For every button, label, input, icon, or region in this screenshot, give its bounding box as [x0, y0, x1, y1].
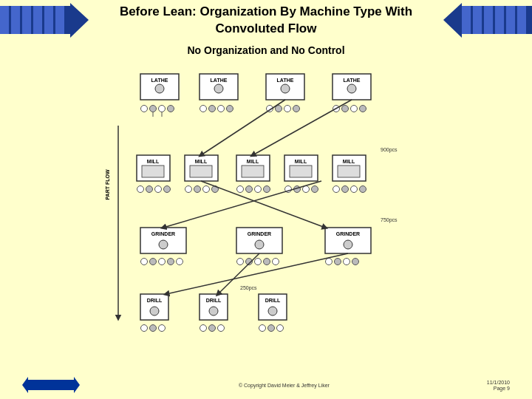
svg-point-101 — [264, 259, 270, 265]
svg-point-65 — [155, 186, 162, 193]
svg-point-69 — [203, 186, 210, 193]
svg-point-95 — [159, 259, 166, 265]
svg-point-41 — [293, 106, 300, 112]
svg-point-113 — [209, 307, 218, 316]
header-right-arrow-icon — [443, 0, 532, 41]
svg-point-93 — [141, 259, 148, 265]
svg-point-117 — [141, 325, 148, 332]
svg-point-78 — [312, 186, 318, 193]
svg-point-122 — [218, 325, 225, 332]
svg-point-73 — [255, 186, 262, 193]
svg-rect-62 — [338, 166, 360, 177]
svg-text:GRINDER: GRINDER — [151, 231, 175, 236]
footer-page: Page 9 — [494, 386, 510, 391]
svg-point-97 — [177, 259, 183, 265]
svg-point-119 — [159, 325, 166, 332]
svg-point-123 — [259, 325, 266, 332]
svg-point-34 — [200, 106, 207, 112]
svg-point-21 — [214, 84, 223, 93]
svg-rect-12 — [484, 6, 493, 34]
svg-text:MILL: MILL — [147, 159, 160, 164]
svg-point-118 — [150, 325, 157, 332]
svg-point-106 — [352, 259, 359, 265]
svg-rect-7 — [55, 6, 64, 34]
svg-text:750pcs: 750pcs — [381, 217, 398, 223]
svg-text:GRINDER: GRINDER — [336, 231, 360, 236]
svg-point-98 — [237, 259, 244, 265]
svg-rect-15 — [517, 6, 526, 34]
svg-point-68 — [194, 186, 201, 193]
svg-text:LATHE: LATHE — [277, 78, 294, 83]
svg-text:PART FLOW: PART FLOW — [105, 169, 110, 200]
svg-point-64 — [146, 186, 153, 193]
svg-point-104 — [335, 259, 341, 265]
svg-rect-2 — [0, 6, 9, 34]
footer: © Copyright David Meier & Jeffrey Liker … — [0, 377, 532, 393]
svg-point-110 — [150, 307, 159, 316]
footer-date: 11/1/2010 — [487, 380, 510, 385]
svg-text:MILL: MILL — [343, 159, 355, 164]
svg-text:250pcs: 250pcs — [240, 285, 257, 291]
svg-rect-4 — [22, 6, 31, 34]
svg-point-67 — [185, 186, 192, 193]
svg-point-28 — [141, 106, 148, 112]
svg-point-124 — [268, 325, 275, 332]
svg-point-29 — [150, 106, 157, 112]
svg-point-63 — [137, 186, 144, 193]
svg-marker-1 — [70, 3, 89, 38]
svg-rect-56 — [242, 166, 264, 177]
svg-rect-59 — [290, 166, 312, 177]
svg-point-37 — [227, 106, 233, 112]
svg-point-102 — [273, 259, 279, 265]
svg-point-35 — [209, 106, 216, 112]
svg-rect-14 — [506, 6, 515, 34]
header-subtitle: Convoluted Flow — [120, 21, 412, 37]
svg-point-71 — [237, 186, 244, 193]
svg-text:900pcs: 900pcs — [381, 147, 398, 153]
svg-rect-10 — [462, 6, 471, 34]
svg-point-45 — [360, 106, 366, 112]
svg-point-36 — [218, 106, 225, 112]
svg-point-96 — [168, 259, 174, 265]
svg-point-72 — [246, 186, 253, 193]
svg-point-94 — [150, 259, 157, 265]
svg-point-100 — [255, 259, 262, 265]
svg-text:MILL: MILL — [247, 159, 259, 164]
svg-point-44 — [351, 106, 358, 112]
svg-point-103 — [326, 259, 332, 265]
svg-point-121 — [209, 325, 216, 332]
svg-point-105 — [344, 259, 350, 265]
svg-point-40 — [284, 106, 291, 112]
svg-point-79 — [333, 186, 340, 193]
svg-point-74 — [264, 186, 270, 193]
svg-point-27 — [347, 84, 356, 93]
svg-point-31 — [168, 106, 174, 112]
header-left-arrow-icon — [0, 0, 89, 41]
svg-marker-136 — [74, 377, 80, 393]
svg-rect-6 — [44, 6, 53, 34]
svg-rect-134 — [28, 380, 74, 390]
copyright-text: © Copyright David Meier & Jeffrey Liker — [239, 383, 330, 388]
svg-rect-50 — [142, 166, 164, 177]
svg-text:LATHE: LATHE — [344, 78, 361, 83]
svg-point-30 — [159, 106, 166, 112]
svg-text:GRINDER: GRINDER — [248, 231, 271, 236]
svg-marker-8 — [443, 3, 462, 38]
svg-rect-53 — [190, 166, 212, 177]
svg-text:DRILL: DRILL — [265, 298, 281, 303]
page-subtitle: No Organization and No Control — [0, 44, 532, 56]
header-banner: Before Lean: Organization By Machine Typ… — [0, 0, 532, 41]
svg-marker-135 — [22, 377, 28, 393]
svg-text:DRILL: DRILL — [147, 298, 163, 303]
svg-point-81 — [351, 186, 358, 193]
svg-rect-3 — [11, 6, 20, 34]
svg-text:MILL: MILL — [195, 159, 208, 164]
svg-point-18 — [155, 84, 164, 93]
svg-point-120 — [200, 325, 207, 332]
svg-point-86 — [159, 240, 168, 249]
footer-left-arrow-icon — [22, 377, 81, 393]
svg-point-82 — [360, 186, 366, 193]
svg-rect-11 — [473, 6, 482, 34]
svg-point-92 — [344, 240, 352, 249]
svg-point-89 — [255, 240, 264, 249]
